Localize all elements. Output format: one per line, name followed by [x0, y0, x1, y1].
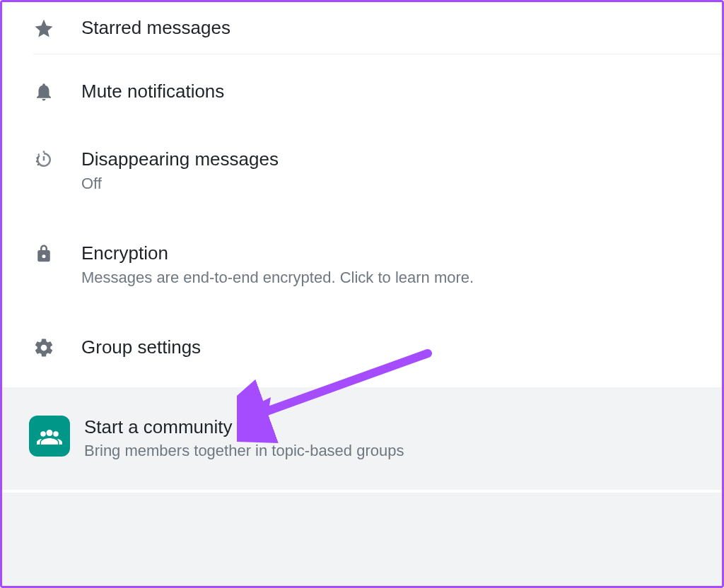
settings-panel: Starred messages Mute notifications Disa… — [0, 0, 724, 588]
start-community-subtitle: Bring members together in topic-based gr… — [84, 441, 694, 461]
starred-messages-label: Starred messages — [81, 16, 691, 40]
section-gap — [2, 387, 722, 394]
start-community-title: Start a community — [84, 416, 694, 439]
disappearing-messages-status: Off — [81, 174, 691, 194]
timer-icon — [33, 148, 81, 170]
bottom-gap — [2, 493, 722, 586]
encryption-label: Encryption — [81, 242, 691, 265]
star-icon — [33, 16, 81, 39]
lock-icon — [33, 242, 81, 264]
bell-icon — [33, 80, 81, 102]
encryption-desc: Messages are end-to-end encrypted. Click… — [81, 268, 691, 288]
starred-messages-item[interactable]: Starred messages — [2, 2, 722, 54]
svg-point-0 — [36, 157, 38, 159]
settings-list: Starred messages Mute notifications Disa… — [2, 2, 722, 387]
mute-notifications-label: Mute notifications — [81, 80, 691, 103]
group-settings-item[interactable]: Group settings — [2, 307, 722, 387]
disappearing-messages-label: Disappearing messages — [81, 148, 691, 171]
mute-notifications-item[interactable]: Mute notifications — [2, 54, 722, 129]
svg-point-2 — [37, 164, 40, 166]
gear-icon — [33, 336, 81, 358]
encryption-item[interactable]: Encryption Messages are end-to-end encry… — [2, 213, 722, 307]
disappearing-messages-item[interactable]: Disappearing messages Off — [2, 128, 722, 213]
svg-point-1 — [36, 160, 38, 163]
group-settings-label: Group settings — [81, 336, 691, 359]
community-icon — [29, 416, 70, 457]
start-community-item[interactable]: Start a community Bring members together… — [2, 394, 722, 490]
